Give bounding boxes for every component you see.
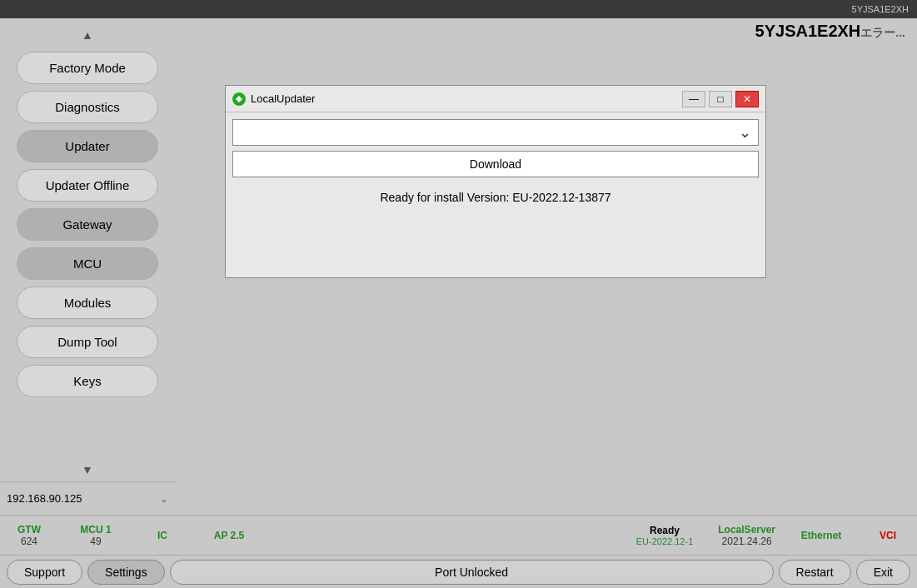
dialog-body: ⌄ Download Ready for install Version: EU… <box>226 112 765 277</box>
vci-label: VCI <box>880 530 896 541</box>
dialog-restore-btn[interactable]: □ <box>709 91 732 107</box>
ic-label: IC <box>157 530 167 541</box>
ic-status: IC <box>142 530 183 541</box>
mcu1-value: 49 <box>90 536 101 547</box>
restart-button[interactable]: Restart <box>779 560 851 585</box>
sidebar-btn-modules[interactable]: Modules <box>17 287 158 319</box>
ap-status: AP 2.5 <box>208 530 250 541</box>
scroll-up-arrow[interactable]: ▲ <box>10 27 165 43</box>
dialog-close-btn[interactable]: ✕ <box>735 91 759 107</box>
sidebar-btn-dump-tool[interactable]: Dump Tool <box>17 326 158 358</box>
sidebar-btn-updater[interactable]: Updater <box>17 130 158 162</box>
ready-value: EU-2022.12-1 <box>636 536 694 546</box>
ethernet-label: Ethernet <box>801 530 842 541</box>
gtw-status: GTW 624 <box>8 524 50 547</box>
dialog-minimize-btn[interactable]: — <box>682 91 705 107</box>
dropdown-chevron-icon[interactable]: ⌄ <box>739 123 751 142</box>
install-status-text: Ready for install Version: EU-2022.12-13… <box>232 182 759 271</box>
sidebar-btn-updater-offline[interactable]: Updater Offline <box>17 169 158 202</box>
gtw-label: GTW <box>17 524 41 536</box>
sidebar: ▲ Factory Mode Diagnostics Updater Updat… <box>0 18 175 515</box>
localserver-label: LocalServer <box>718 524 775 536</box>
vin-display: 5YJSA1E2XH <box>852 4 909 14</box>
bottom-bar: Support Settings Port Unlocked Restart E… <box>0 555 917 588</box>
download-button[interactable]: Download <box>232 151 759 177</box>
ip-bar: 192.168.90.125 ⌄ <box>0 481 175 515</box>
dialog-title: LocalUpdater <box>251 92 677 105</box>
vci-status: VCI <box>867 530 909 541</box>
ip-chevron-icon[interactable]: ⌄ <box>160 493 168 505</box>
local-updater-dialog: LocalUpdater — □ ✕ ⌄ Download <box>225 85 766 278</box>
sidebar-btn-factory-mode[interactable]: Factory Mode <box>17 52 158 84</box>
port-unlocked-indicator: Port Unlocked <box>170 560 774 585</box>
ethernet-status: Ethernet <box>800 530 842 541</box>
version-dropdown[interactable]: ⌄ <box>232 119 759 146</box>
status-bar: GTW 624 MCU 1 49 IC AP 2.5 Ready EU-2022… <box>0 515 917 555</box>
ready-label: Ready <box>650 525 680 536</box>
sidebar-btn-mcu[interactable]: MCU <box>17 247 158 280</box>
gtw-value: 624 <box>21 536 37 547</box>
dialog-app-icon <box>232 92 246 106</box>
localserver-value: 2021.24.26 <box>722 536 772 547</box>
dialog-controls: — □ ✕ <box>682 91 759 107</box>
sidebar-btn-diagnostics[interactable]: Diagnostics <box>17 91 158 123</box>
mcu1-label: MCU 1 <box>80 524 111 536</box>
localserver-status: LocalServer 2021.24.26 <box>718 524 775 547</box>
mcu1-status: MCU 1 49 <box>75 524 117 547</box>
settings-button[interactable]: Settings <box>87 560 165 585</box>
ready-status: Ready EU-2022.12-1 <box>636 525 694 546</box>
dialog-titlebar: LocalUpdater — □ ✕ <box>226 86 765 112</box>
vin-header: 5YJSA1E2XHエラー... <box>755 22 905 41</box>
top-bar: 5YJSA1E2XH <box>0 0 917 18</box>
ap-label: AP 2.5 <box>214 530 244 541</box>
scroll-down-arrow[interactable]: ▼ <box>0 461 175 478</box>
exit-button[interactable]: Exit <box>856 560 910 585</box>
content-area: LocalUpdater — □ ✕ ⌄ Download <box>175 18 917 515</box>
ip-address: 192.168.90.125 <box>7 492 157 505</box>
sidebar-btn-gateway[interactable]: Gateway <box>17 208 158 241</box>
sidebar-btn-keys[interactable]: Keys <box>17 365 158 397</box>
support-button[interactable]: Support <box>7 560 82 585</box>
